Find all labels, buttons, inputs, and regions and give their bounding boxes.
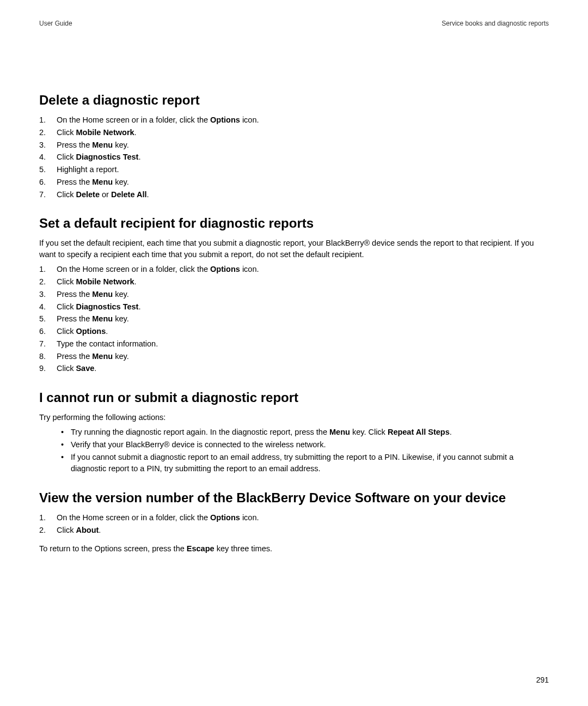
section-1-steps: On the Home screen or in a folder, click… xyxy=(39,114,549,200)
section-2-steps: On the Home screen or in a folder, click… xyxy=(39,264,549,375)
list-item: On the Home screen or in a folder, click… xyxy=(39,264,549,276)
list-item: Highlight a report. xyxy=(39,164,549,176)
list-item: Click Diagnostics Test. xyxy=(39,301,549,313)
list-item: Verify that your BlackBerry® device is c… xyxy=(61,439,549,451)
section-3-bullets: Try running the diagnostic report again.… xyxy=(61,427,549,475)
list-item: Press the Menu key. xyxy=(39,313,549,325)
list-item: Click Delete or Delete All. xyxy=(39,189,549,201)
list-item: Press the Menu key. xyxy=(39,289,549,301)
list-item: If you cannot submit a diagnostic report… xyxy=(61,452,549,476)
list-item: Press the Menu key. xyxy=(39,176,549,188)
section-4-steps: On the Home screen or in a folder, click… xyxy=(39,512,549,537)
list-item: Click Save. xyxy=(39,363,549,375)
list-item: Type the contact information. xyxy=(39,338,549,350)
page-header: User Guide Service books and diagnostic … xyxy=(39,20,549,27)
list-item: Press the Menu key. xyxy=(39,139,549,151)
list-item: Click Options. xyxy=(39,326,549,338)
list-item: Click Diagnostics Test. xyxy=(39,151,549,163)
list-item: On the Home screen or in a folder, click… xyxy=(39,114,549,126)
list-item: Click Mobile Network. xyxy=(39,127,549,139)
page-number: 291 xyxy=(536,675,549,684)
section-4-footer: To return to the Options screen, press t… xyxy=(39,544,549,553)
list-item: Press the Menu key. xyxy=(39,351,549,363)
section-3-intro: Try performing the following actions: xyxy=(39,412,549,423)
header-right: Service books and diagnostic reports xyxy=(442,20,549,27)
section-1-title: Delete a diagnostic report xyxy=(39,93,549,108)
list-item: Try running the diagnostic report again.… xyxy=(61,427,549,439)
list-item: Click Mobile Network. xyxy=(39,276,549,288)
section-2-title: Set a default recipient for diagnostic r… xyxy=(39,216,549,231)
header-left: User Guide xyxy=(39,20,72,27)
section-3-title: I cannot run or submit a diagnostic repo… xyxy=(39,390,549,405)
section-4-title: View the version number of the BlackBerr… xyxy=(39,490,549,506)
list-item: On the Home screen or in a folder, click… xyxy=(39,512,549,524)
section-2-intro: If you set the default recipient, each t… xyxy=(39,238,549,260)
list-item: Click About. xyxy=(39,525,549,537)
